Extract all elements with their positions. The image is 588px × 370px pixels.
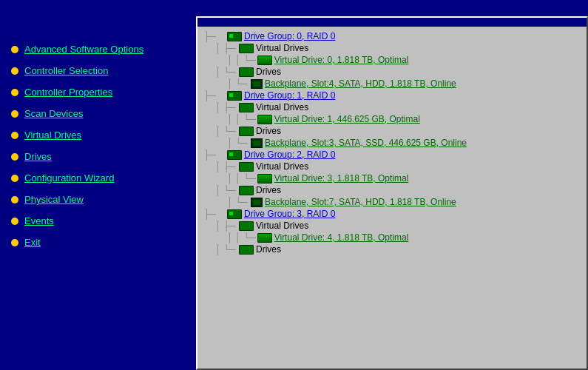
- nav-label: Advanced Software Options: [24, 44, 143, 55]
- sidebar-item-virtual-drives[interactable]: Virtual Drives: [0, 124, 196, 146]
- tree-item[interactable]: │ │ └─Virtual Drive: 3, 1.818 TB, Optima…: [203, 172, 583, 184]
- tree-text[interactable]: Virtual Drive: 3, 1.818 TB, Optimal: [274, 173, 409, 184]
- tree-connector: │ └─: [215, 126, 237, 136]
- nav-dot: [11, 175, 18, 182]
- tree-connector: ├─: [203, 31, 226, 41]
- nav-dot: [11, 46, 18, 53]
- content-area: ├─Drive Group: 0, RAID 0│ ├─Virtual Driv…: [196, 16, 588, 370]
- tree-connector: │ ├─: [215, 161, 237, 172]
- sidebar: Advanced Software OptionsController Sele…: [0, 16, 196, 370]
- tree-item[interactable]: ├─Drive Group: 1, RAID 0: [203, 90, 583, 101]
- nav-dot: [11, 218, 18, 225]
- tree-item: │ └─Drives: [203, 66, 583, 78]
- nav-dot: [11, 196, 18, 204]
- tree-connector: ├─: [203, 149, 226, 160]
- tree-text: Drives: [256, 126, 281, 136]
- sidebar-item-exit[interactable]: Exit: [0, 232, 196, 253]
- tree-connector: │ ├─: [215, 102, 237, 112]
- sidebar-item-events[interactable]: Events: [0, 210, 196, 232]
- tree-item[interactable]: ├─Drive Group: 0, RAID 0: [203, 30, 583, 42]
- nav-label: Physical View: [24, 194, 84, 205]
- tree-item[interactable]: │ │ └─Virtual Drive: 4, 1.818 TB, Optima…: [203, 232, 583, 243]
- tree-connector: │ └─: [227, 138, 249, 148]
- nav-label: Scan Devices: [24, 108, 83, 119]
- tree-connector: │ └─: [227, 197, 249, 207]
- tree-text[interactable]: Drive Group: 3, RAID 0: [244, 209, 335, 219]
- title-bar: [0, 0, 588, 16]
- sidebar-item-scan-devices[interactable]: Scan Devices: [0, 103, 196, 124]
- tree-item[interactable]: ├─Drive Group: 2, RAID 0: [203, 149, 583, 161]
- tree-item[interactable]: │ │ └─Virtual Drive: 1, 446.625 GB, Opti…: [203, 113, 583, 125]
- nav-dot: [11, 89, 18, 96]
- tree-text[interactable]: Drive Group: 1, RAID 0: [244, 90, 335, 101]
- tree-item[interactable]: │ └─Backplane, Slot:4, SATA, HDD, 1.818 …: [203, 78, 583, 90]
- tree-item[interactable]: │ └─Backplane, Slot:7, SATA, HDD, 1.818 …: [203, 196, 583, 208]
- tree-connector: │ └─: [215, 185, 237, 195]
- tree-text: Virtual Drives: [256, 43, 308, 53]
- tree-text[interactable]: Virtual Drive: 4, 1.818 TB, Optimal: [274, 232, 409, 243]
- tree-text: Drives: [256, 67, 281, 77]
- sidebar-item-advanced[interactable]: Advanced Software Options: [0, 38, 196, 60]
- tree-connector: │ │ └─: [227, 173, 256, 184]
- tree-item[interactable]: ├─Drive Group: 3, RAID 0: [203, 208, 583, 220]
- tree-text[interactable]: Virtual Drive: 0, 1.818 TB, Optimal: [274, 55, 409, 65]
- nav-dot: [11, 110, 18, 118]
- tree-text[interactable]: Virtual Drive: 1, 446.625 GB, Optimal: [274, 114, 420, 124]
- tree-item: │ ├─Virtual Drives: [203, 42, 583, 54]
- navigation: Advanced Software OptionsController Sele…: [0, 35, 196, 257]
- tree-text[interactable]: Drive Group: 2, RAID 0: [244, 149, 335, 160]
- nav-dot: [11, 153, 18, 161]
- nav-label: Exit: [24, 237, 41, 248]
- tree-container[interactable]: ├─Drive Group: 0, RAID 0│ ├─Virtual Driv…: [197, 27, 587, 369]
- tree-text[interactable]: Drive Group: 0, RAID 0: [244, 31, 335, 41]
- tree-text: Drives: [256, 185, 281, 195]
- tree-item: │ ├─Virtual Drives: [203, 161, 583, 172]
- nav-dot: [11, 67, 18, 75]
- sidebar-item-controller-properties[interactable]: Controller Properties: [0, 81, 196, 103]
- sidebar-item-config-wizard[interactable]: Configuration Wizard: [0, 167, 196, 189]
- sidebar-item-controller-selection[interactable]: Controller Selection: [0, 60, 196, 81]
- tree-text: Virtual Drives: [256, 221, 308, 231]
- sidebar-item-drives[interactable]: Drives: [0, 146, 196, 167]
- tree-connector: │ │ └─: [227, 232, 256, 243]
- tree-connector: │ │ └─: [227, 55, 256, 65]
- tree-item: │ └─Drives: [203, 184, 583, 196]
- tree-connector: │ ├─: [215, 221, 237, 231]
- nav-dot: [11, 239, 18, 246]
- tree-connector: │ └─: [227, 78, 249, 89]
- tree-item: │ ├─Virtual Drives: [203, 220, 583, 232]
- tree-item[interactable]: │ │ └─Virtual Drive: 0, 1.818 TB, Optima…: [203, 54, 583, 66]
- nav-label: Controller Selection: [24, 65, 108, 76]
- tree-connector: ├─: [203, 209, 226, 219]
- nav-label: Controller Properties: [24, 87, 112, 98]
- tree-item: │ ├─Virtual Drives: [203, 101, 583, 113]
- nav-dot: [11, 132, 18, 139]
- nav-label: Configuration Wizard: [24, 172, 114, 184]
- tree-text: Virtual Drives: [256, 102, 308, 112]
- sidebar-item-physical-view[interactable]: Physical View: [0, 189, 196, 210]
- nav-label: Events: [24, 215, 54, 226]
- nav-label: Virtual Drives: [24, 130, 81, 141]
- tree-connector: │ ├─: [215, 43, 237, 53]
- tree-connector: │ │ └─: [227, 114, 256, 124]
- tree-text: Drives: [256, 244, 281, 255]
- tree-connector: │ └─: [215, 244, 237, 255]
- tree-text[interactable]: Backplane, Slot:4, SATA, HDD, 1.818 TB, …: [265, 78, 456, 89]
- tree-item: │ └─Drives: [203, 125, 583, 137]
- tree-text: Virtual Drives: [256, 161, 308, 172]
- tree-connector: │ └─: [215, 67, 237, 77]
- tree-connector: ├─: [203, 90, 226, 101]
- tree-item: │ └─Drives: [203, 243, 583, 255]
- tree-text[interactable]: Backplane, Slot:7, SATA, HDD, 1.818 TB, …: [265, 197, 456, 207]
- content-header: [197, 18, 587, 27]
- tree-item[interactable]: │ └─Backplane, Slot:3, SATA, SSD, 446.62…: [203, 137, 583, 149]
- nav-label: Drives: [24, 151, 52, 162]
- tree-text[interactable]: Backplane, Slot:3, SATA, SSD, 446.625 GB…: [265, 138, 467, 148]
